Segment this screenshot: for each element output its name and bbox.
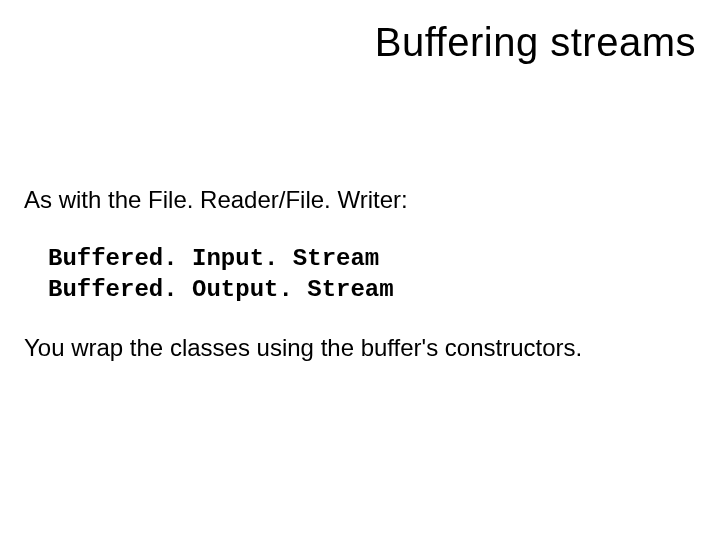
code-block: Buffered. Input. Stream Buffered. Output… (48, 243, 696, 305)
code-line-1: Buffered. Input. Stream (48, 243, 696, 274)
outro-text: You wrap the classes using the buffer's … (24, 333, 696, 363)
slide-title: Buffering streams (375, 20, 696, 65)
code-line-2: Buffered. Output. Stream (48, 274, 696, 305)
slide: Buffering streams As with the File. Read… (0, 0, 720, 540)
intro-text: As with the File. Reader/File. Writer: (24, 185, 696, 215)
slide-body: As with the File. Reader/File. Writer: B… (24, 185, 696, 363)
